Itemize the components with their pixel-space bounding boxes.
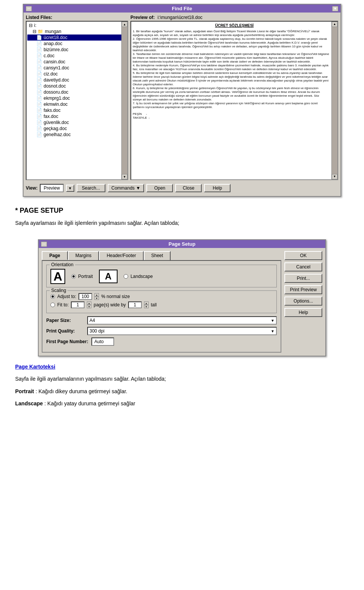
file-label: bizümre.doc [44,47,68,52]
spin-up-icon[interactable]: ▲ [87,301,91,305]
list-item[interactable]: 📄ekmwin.doc [27,101,127,107]
list-item[interactable]: 📄geçkag.doc [27,126,127,132]
fit-to-value1[interactable]: 1 [71,301,85,308]
print-quality-dropdown[interactable]: 300 dpi ▼ [87,327,277,335]
ps-minimize-btn[interactable]: ─ [41,242,47,247]
titlebar-minimize-btn[interactable]: ─ [26,6,32,11]
list-item[interactable]: 📄c.doc [27,53,127,59]
file-label: ücret18.doc [44,35,67,40]
print-preview-button[interactable]: Print Preview [284,285,322,294]
paper-size-arrow[interactable]: ▼ [271,319,275,323]
first-page-label: First Page Number: [46,339,88,344]
list-item[interactable]: 📄genelhaz.doc [27,132,127,138]
list-item[interactable]: 📄davetiyd.doc [27,77,127,83]
doc-icon: 📄 [36,35,42,40]
print-quality-arrow[interactable]: ▼ [271,329,275,333]
preview-path: i:\mungan\ücret18.doc [157,15,202,20]
print-quality-label: Print Quality: [46,328,84,334]
spin-up-icon[interactable]: ▲ [144,301,149,305]
list-item[interactable]: ⊟ i: [27,22,127,28]
landscape-radio[interactable] [124,274,128,279]
adjust-to-value[interactable]: 100 [78,293,92,300]
spin-down-icon[interactable]: ▼ [144,305,149,308]
list-item[interactable]: 📄cansyn1.doc [27,65,127,71]
paper-size-row: Paper Size: A4 ▼ [46,316,277,325]
scroll-track[interactable] [122,27,127,174]
titlebar-close-btn[interactable]: ▼ [332,6,338,11]
fit-to-row: Fit to: 1 ▲ ▼ page(s) wide by 1 ▲ ▼ tall [50,301,273,308]
cancel-button[interactable]: Cancel [284,262,322,271]
portrait-bold: Portrait [15,388,34,394]
preview-scroll-track[interactable] [332,27,337,174]
preview-title: ÜCRET SÖZLEŞMESİ [133,23,336,28]
portrait-radio[interactable] [71,274,76,279]
print-button[interactable]: Print... [284,274,322,283]
fit-to-radio[interactable] [50,303,55,307]
adjust-to-spinner[interactable]: ▲ ▼ [94,293,99,300]
search-button[interactable]: Search... [77,184,105,192]
list-item[interactable]: 📄bizümre.doc [27,47,127,53]
list-item[interactable]: 📄güvenlik.doc [27,119,127,126]
preview-scrollbar[interactable]: ▲ ▼ [331,22,337,179]
tab-header-footer[interactable]: Header/Footer [99,251,143,260]
page-kartoteksi-link[interactable]: Page Kartoteksi [15,364,55,370]
list-item[interactable]: ⊟ 📁 mungan [27,28,127,35]
landscape-desc: : Kağıdı yatay duruma getirmeyi sağlar [44,400,135,406]
page-setup-tabs: Page Margins Header/Footer Sheet [42,251,281,260]
print-quality-row: Print Quality: 300 dpi ▼ [46,327,277,335]
file-list-scrollbar[interactable]: ▲ ▼ [121,22,127,179]
preview-scroll-up[interactable]: ▲ [332,22,337,27]
file-list-box[interactable]: ⊟ i: ⊟ 📁 mungan 📄 ücret18.doc [26,21,128,180]
list-item[interactable]: 📄 ücret18.doc [27,35,127,41]
fit-to-spinner1[interactable]: ▲ ▼ [87,301,91,308]
paper-size-dropdown[interactable]: A4 ▼ [87,316,277,325]
list-item[interactable]: 📄dossoru.doc [27,89,127,95]
file-label: güvenlik.doc [44,120,69,125]
list-item[interactable]: 📄anap.doc [27,41,127,47]
adjust-to-radio[interactable] [50,294,55,299]
folder-label: mungan [45,29,61,34]
tab-margins[interactable]: Margins [68,251,99,260]
file-label: davetiyd.doc [44,77,69,83]
page-setup-section-title: * PAGE SETUP [15,207,349,215]
spin-down-icon[interactable]: ▼ [94,297,99,300]
list-item[interactable]: 📄dosnot.doc [27,83,127,89]
first-page-input[interactable]: Auto [91,337,114,346]
find-file-titlebar: ─ Find File ▼ [24,5,340,13]
list-item[interactable]: 📄ciz.doc [27,71,127,77]
tab-sheet[interactable]: Sheet [144,251,171,260]
view-dropdown-arrow[interactable]: ▼ [66,185,74,192]
commands-label: Commands ▼ [111,185,141,191]
landscape-option[interactable]: Landscape [124,274,153,279]
fit-to-value2[interactable]: 1 [128,301,142,308]
preview-scroll-down[interactable]: ▼ [332,174,337,179]
scroll-down-arrow[interactable]: ▼ [122,174,127,179]
list-item[interactable]: 📄faks.doc [27,107,127,113]
doc-icon: 📄 [36,83,42,89]
options-button[interactable]: Options... [284,297,322,306]
help-button[interactable]: Help [204,184,231,192]
ok-button[interactable]: OK [284,251,322,260]
list-item[interactable]: 📄fax.doc [27,113,127,119]
doc-icon: 📄 [36,108,42,113]
list-item[interactable]: 📄ekmprg1.doc [27,95,127,101]
portrait-label: Portrait [78,274,93,279]
tab-page[interactable]: Page [42,251,68,260]
preview-box: ÜCRET SÖZLEŞMESİ 1. Bir taraftan aşağıda… [130,21,338,180]
scroll-up-arrow[interactable]: ▲ [122,22,127,27]
spin-down-icon[interactable]: ▼ [87,305,91,308]
commands-button[interactable]: Commands ▼ [108,184,144,192]
orientation-label: Orientation [50,262,75,267]
help-button[interactable]: Help [284,308,322,317]
portrait-option[interactable]: Portrait [71,274,93,279]
list-item[interactable]: 📄cansin.doc [27,59,127,65]
view-select[interactable]: Preview [40,184,64,192]
view-label: View: [26,185,38,191]
fit-to-spinner2[interactable]: ▲ ▼ [144,301,149,308]
drive-label: i: [34,23,36,28]
doc-icon: 📄 [36,89,42,95]
find-file-window: ─ Find File ▼ Listed Files: ⊟ i: [23,4,341,197]
spin-up-icon[interactable]: ▲ [94,293,99,297]
close-button[interactable]: Close [175,184,202,192]
open-button[interactable]: Open [146,184,173,192]
